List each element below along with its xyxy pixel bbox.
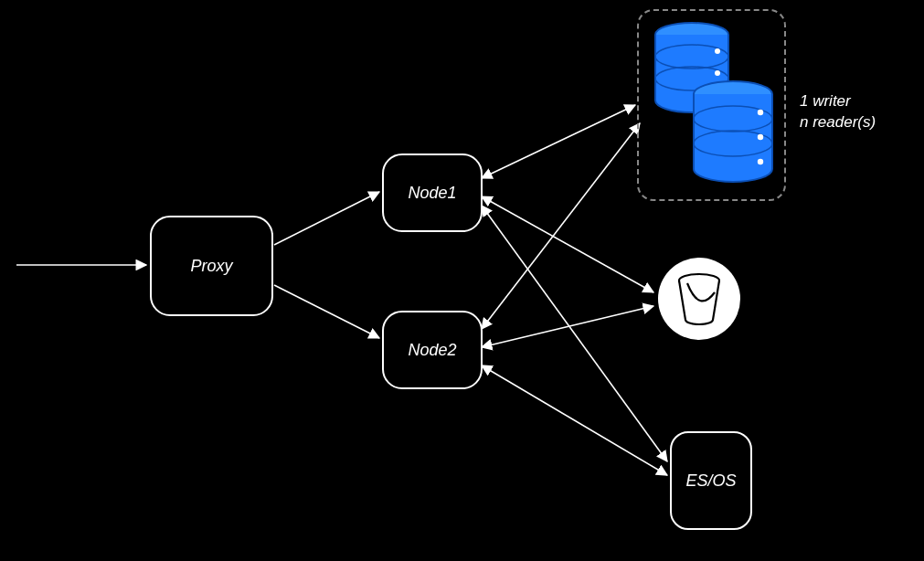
database-icon (646, 18, 779, 196)
svg-line-5 (482, 196, 653, 292)
proxy-box: Proxy (150, 216, 273, 316)
database-cluster-label: 1 writer n reader(s) (800, 91, 909, 133)
node2-box: Node2 (382, 311, 483, 389)
svg-point-13 (715, 70, 720, 76)
node1-label: Node1 (408, 184, 456, 203)
storage-bucket (658, 258, 740, 340)
bucket-icon (675, 272, 723, 325)
svg-point-12 (715, 48, 720, 54)
svg-line-2 (274, 285, 379, 338)
db-reader-text: n reader(s) (800, 113, 876, 131)
svg-line-4 (482, 123, 640, 329)
esos-box: ES/OS (670, 431, 752, 530)
svg-line-3 (482, 105, 635, 178)
svg-line-6 (482, 306, 653, 347)
svg-point-18 (758, 110, 763, 115)
svg-line-7 (482, 206, 667, 461)
proxy-label: Proxy (190, 257, 232, 276)
db-writer-text: 1 writer (800, 92, 851, 110)
svg-line-1 (274, 192, 379, 245)
node2-label: Node2 (408, 341, 456, 360)
node1-box: Node1 (382, 153, 483, 232)
esos-label: ES/OS (685, 471, 736, 491)
svg-point-19 (758, 134, 763, 140)
svg-line-8 (482, 365, 667, 475)
svg-point-20 (758, 159, 763, 164)
